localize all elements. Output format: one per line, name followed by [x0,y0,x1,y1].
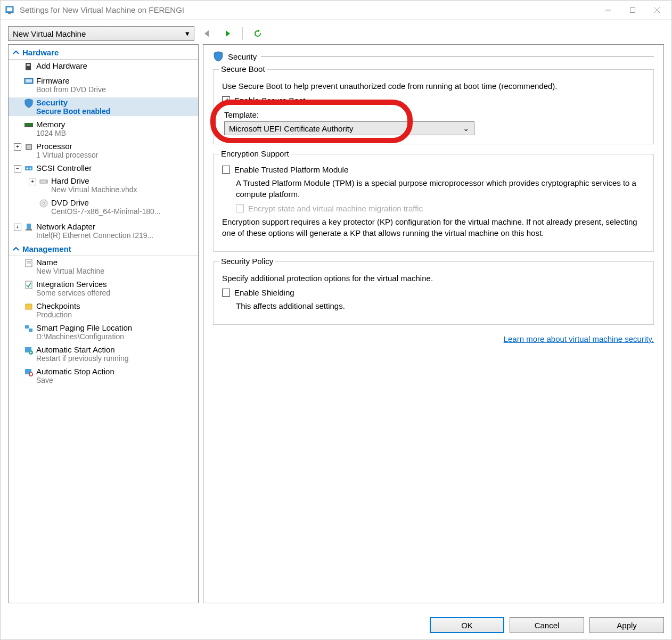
scsi-icon [23,163,34,174]
svg-rect-17 [25,166,32,170]
enable-shielding-label: Enable Shielding [234,288,294,297]
sidebar-item-processor[interactable]: + Processor 1 Virtual processor [9,140,198,162]
svg-marker-7 [204,30,209,37]
close-button[interactable] [645,2,669,19]
sidebar-item-add-hardware[interactable]: Add Hardware [9,60,198,75]
chevron-down-icon: ⌄ [463,124,470,133]
encrypt-traffic-label: Encrypt state and virtual machine migrat… [248,204,423,213]
integration-icon [23,280,34,290]
section-header-management[interactable]: Management [9,242,198,256]
enable-secure-boot-label: Enable Secure Boot [234,96,305,105]
sidebar-item-auto-start[interactable]: Automatic Start ActionRestart if previou… [9,343,198,365]
enable-shielding-checkbox[interactable] [222,289,230,297]
enable-tpm-checkbox[interactable] [222,166,230,174]
name-icon [23,258,34,268]
svg-rect-4 [630,7,635,12]
sidebar-item-hard-drive[interactable]: + Hard Drive New Virtual Machine.vhdx [23,175,198,196]
sidebar-item-integration-services[interactable]: Integration ServicesSome services offere… [9,278,198,300]
svg-rect-14 [24,126,33,127]
template-dropdown[interactable]: Microsoft UEFI Certificate Authority ⌄ [224,121,474,135]
sidebar-item-network-adapter[interactable]: + Network Adapter Intel(R) Ethernet Conn… [9,220,198,242]
expand-icon[interactable]: + [29,178,36,185]
settings-sidebar: Hardware Add Hardware Firmware [8,44,199,603]
sidebar-item-security[interactable]: Security Secure Boot enabled [9,96,198,118]
expand-icon[interactable]: + [14,224,21,231]
titlebar: Settings for New Virtual Machine on FERE… [1,1,671,20]
sidebar-item-scsi-controller[interactable]: − SCSI Controller + Hard Driv [9,162,198,220]
collapse-icon [13,50,19,56]
vm-selector-dropdown[interactable]: New Virtual Machine ▾ [8,26,194,41]
svg-rect-10 [27,64,30,66]
memory-icon [23,120,34,130]
svg-rect-1 [7,7,12,11]
svg-rect-25 [26,229,32,231]
svg-point-19 [30,168,31,169]
hard-drive-icon [38,176,49,187]
svg-rect-24 [27,224,31,229]
dialog-buttons: OK Cancel Apply [1,611,671,639]
panel-title: Security [228,52,257,61]
window-title: Settings for New Virtual Machine on FERE… [20,5,596,14]
svg-marker-8 [226,30,230,37]
svg-rect-32 [29,329,32,332]
svg-rect-2 [8,13,11,14]
shielding-description: This affects additional settings. [222,300,645,311]
cancel-button[interactable]: Cancel [510,617,584,633]
refresh-button[interactable] [250,26,265,41]
nav-back-button[interactable] [200,26,215,41]
template-label: Template: [224,110,645,119]
firmware-icon [23,76,34,87]
sidebar-item-firmware[interactable]: Firmware Boot from DVD Drive [9,75,198,96]
security-policy-group: Security Policy Specify additional prote… [213,261,654,325]
apply-button[interactable]: Apply [589,617,664,633]
processor-icon [23,142,34,152]
dvd-icon [38,198,49,209]
separator [242,27,243,40]
secure-boot-group: Secure Boot Use Secure Boot to help prev… [213,69,654,144]
settings-panel: Security Secure Boot Use Secure Boot to … [203,44,664,603]
shield-icon [213,51,224,62]
sidebar-item-memory[interactable]: Memory 1024 MB [9,118,198,140]
tpm-description: A Trusted Platform Module (TPM) is a spe… [222,177,645,200]
secure-boot-description: Use Secure Boot to help prevent unauthor… [222,80,645,92]
divider [261,56,654,57]
policy-description: Specify additional protection options fo… [222,273,645,284]
sidebar-item-auto-stop[interactable]: Automatic Stop ActionSave [9,365,198,387]
encrypt-traffic-checkbox [236,204,244,212]
ok-button[interactable]: OK [430,617,504,633]
group-legend: Encryption Support [219,149,291,158]
auto-start-icon [23,345,34,356]
group-legend: Secure Boot [219,64,267,73]
section-title: Hardware [22,48,59,57]
sidebar-item-dvd-drive[interactable]: DVD Drive CentOS-7-x86_64-Minimal-180... [23,196,198,218]
checkpoints-icon [23,301,34,312]
sidebar-item-checkpoints[interactable]: CheckpointsProduction [9,300,198,322]
expand-icon[interactable]: + [14,143,21,151]
section-header-hardware[interactable]: Hardware [9,46,198,60]
svg-rect-30 [26,304,32,309]
svg-rect-13 [24,123,33,126]
learn-more-link[interactable]: Learn more about virtual machine securit… [504,334,654,343]
svg-rect-31 [25,325,29,329]
svg-point-21 [46,181,47,182]
svg-point-18 [27,168,28,169]
enable-tpm-label: Enable Trusted Platform Module [234,165,348,174]
chevron-down-icon: ▾ [185,29,190,38]
minimize-button[interactable] [596,2,620,19]
sidebar-item-smart-paging[interactable]: Smart Paging File LocationD:\Machines\Co… [9,322,198,343]
sidebar-item-name[interactable]: NameNew Virtual Machine [9,256,198,278]
collapse-icon [13,246,19,252]
shield-icon [23,98,34,109]
app-icon [5,5,15,15]
template-value: Microsoft UEFI Certificate Authority [229,124,353,133]
maximize-button[interactable] [620,2,645,19]
collapse-icon[interactable]: − [14,165,21,173]
network-icon [23,222,34,233]
enable-secure-boot-checkbox[interactable] [222,96,230,104]
paging-icon [23,323,34,334]
nav-forward-button[interactable] [220,26,235,41]
svg-rect-16 [27,145,31,149]
encryption-group: Encryption Support Enable Trusted Platfo… [213,154,654,252]
svg-rect-38 [30,373,32,375]
auto-stop-icon [23,367,34,378]
